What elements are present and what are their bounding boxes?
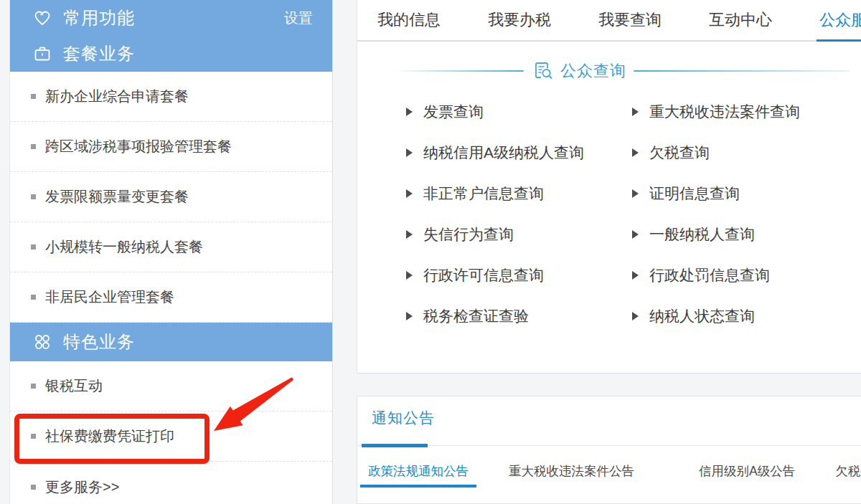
notice-subtabs: 政策法规通知公告 重大税收违法案件公告 信用级别A级公告 欠税公告	[357, 446, 861, 488]
sidebar-item-invoice-limit-package[interactable]: 发票限额票量变更套餐	[10, 172, 332, 222]
query-link-abnormal-household-info[interactable]: 非正常户信息查询	[406, 184, 632, 204]
subtab-policy-regulation-notices[interactable]: 政策法规通知公告	[368, 462, 469, 488]
sidebar-item-cross-region-package[interactable]: 跨区域涉税事项报验管理套餐	[10, 122, 332, 172]
public-query-title: 公众查询	[560, 60, 626, 82]
right-triangle-icon	[406, 312, 413, 320]
right-triangle-icon	[406, 148, 413, 157]
notice-title: 通知公告	[372, 408, 435, 428]
notice-title-underline	[362, 444, 428, 447]
query-link-certificate-info[interactable]: 证明信息查询	[632, 184, 740, 204]
right-triangle-icon	[406, 271, 413, 280]
sidebar-item-label: 社保费缴费凭证打印	[45, 427, 174, 446]
tab-my-info[interactable]: 我的信息	[377, 0, 441, 40]
square-bullet-icon	[31, 295, 36, 300]
query-link-dishonest-behavior[interactable]: 失信行为查询	[406, 224, 632, 244]
sidebar-item-more-services[interactable]: 更多服务>>	[10, 462, 332, 504]
sidebar-item-label: 非居民企业管理套餐	[45, 287, 174, 307]
square-bullet-icon	[31, 94, 36, 99]
query-link-administrative-license-info[interactable]: 行政许可信息查询	[406, 265, 632, 285]
sidebar-item-bank-tax-interaction[interactable]: 银税互动	[10, 361, 332, 412]
public-query-header: 公众查询	[357, 42, 861, 82]
square-bullet-icon	[31, 485, 36, 490]
right-triangle-icon	[406, 189, 413, 198]
decorative-line	[634, 70, 850, 72]
main-tabbar: 我的信息 我要办税 我要查询 互动中心 公众服务	[357, 0, 861, 42]
four-circles-icon	[33, 333, 52, 351]
query-link-taxpayer-status[interactable]: 纳税人状态查询	[632, 306, 755, 326]
sidebar-header-common-functions[interactable]: 常用功能 设置	[10, 0, 332, 36]
square-bullet-icon	[31, 144, 36, 149]
subtab-credit-a-level-announcements[interactable]: 信用级别A级公告	[699, 462, 795, 488]
sidebar-header-special-business[interactable]: 特色业务	[10, 323, 332, 361]
sidebar: 常用功能 设置 套餐业务 新办企业综合申请套餐 跨区域涉税事项报验管理套餐 发票…	[9, 0, 333, 504]
right-triangle-icon	[632, 148, 639, 157]
query-link-tax-arrears[interactable]: 欠税查询	[632, 143, 710, 163]
subtab-major-tax-violation-announcements[interactable]: 重大税收违法案件公告	[509, 462, 634, 488]
main-panel: 我的信息 我要办税 我要查询 互动中心 公众服务 公众查询 发票查询 重大税收违…	[357, 0, 861, 504]
public-query-panel: 公众查询 发票查询 重大税收违法案件查询 纳税信用A级纳税人查询 欠税查询 非正…	[357, 42, 861, 374]
query-link-administrative-penalty-info[interactable]: 行政处罚信息查询	[632, 265, 770, 285]
document-search-icon	[533, 61, 553, 81]
tab-tax-handling[interactable]: 我要办税	[488, 0, 551, 40]
right-triangle-icon	[632, 230, 639, 239]
sidebar-item-label: 银税互动	[45, 376, 103, 396]
sidebar-header-label: 套餐业务	[63, 42, 313, 65]
right-triangle-icon	[632, 312, 639, 320]
right-triangle-icon	[406, 108, 413, 116]
right-triangle-icon	[406, 230, 413, 239]
query-link-a-level-taxpayer-credit[interactable]: 纳税信用A级纳税人查询	[406, 143, 632, 163]
settings-link[interactable]: 设置	[284, 9, 313, 28]
notice-panel: 通知公告 政策法规通知公告 重大税收违法案件公告 信用级别A级公告 欠税公告	[357, 396, 861, 504]
sidebar-item-label: 发票限额票量变更套餐	[45, 187, 189, 206]
sidebar-item-label: 新办企业综合申请套餐	[45, 87, 189, 106]
right-triangle-icon	[632, 271, 639, 280]
right-triangle-icon	[632, 108, 639, 116]
sidebar-item-label: 跨区域涉税事项报验管理套餐	[45, 137, 232, 156]
query-link-major-tax-violation-cases[interactable]: 重大税收违法案件查询	[632, 102, 800, 122]
square-bullet-icon	[31, 194, 36, 199]
sidebar-item-label: 更多服务>>	[45, 477, 119, 497]
query-link-invoice[interactable]: 发票查询	[406, 102, 632, 122]
right-triangle-icon	[632, 189, 639, 198]
square-bullet-icon	[31, 384, 36, 389]
decorative-line	[399, 70, 524, 72]
public-query-links: 发票查询 重大税收违法案件查询 纳税信用A级纳税人查询 欠税查询 非正常户信息查…	[357, 82, 861, 336]
tab-interaction-center[interactable]: 互动中心	[709, 0, 772, 40]
sidebar-item-label: 小规模转一般纳税人套餐	[45, 237, 203, 257]
heart-icon	[33, 9, 52, 27]
sidebar-item-social-insurance-payment-certificate-print[interactable]: 社保费缴费凭证打印	[10, 412, 332, 462]
sidebar-header-package-business[interactable]: 套餐业务	[10, 36, 332, 72]
sidebar-item-nonresident-enterprise-package[interactable]: 非居民企业管理套餐	[10, 272, 332, 323]
tab-my-query[interactable]: 我要查询	[598, 0, 662, 40]
sidebar-header-label: 特色业务	[63, 331, 313, 353]
query-link-general-taxpayer[interactable]: 一般纳税人查询	[632, 224, 755, 244]
notice-title-row: 通知公告	[357, 396, 861, 446]
tab-public-service[interactable]: 公众服务	[819, 0, 861, 40]
square-bullet-icon	[31, 434, 36, 439]
panel-gap	[357, 374, 861, 396]
subtab-tax-arrears-announcements[interactable]: 欠税公告	[835, 462, 861, 488]
query-link-tax-inspection-certificate[interactable]: 税务检查证查验	[406, 306, 632, 326]
square-bullet-icon	[31, 244, 36, 249]
briefcase-icon	[33, 44, 52, 63]
sidebar-item-new-enterprise-package[interactable]: 新办企业综合申请套餐	[10, 72, 332, 122]
sidebar-item-small-to-general-taxpayer-package[interactable]: 小规模转一般纳税人套餐	[10, 222, 332, 272]
sidebar-header-label: 常用功能	[63, 6, 284, 29]
